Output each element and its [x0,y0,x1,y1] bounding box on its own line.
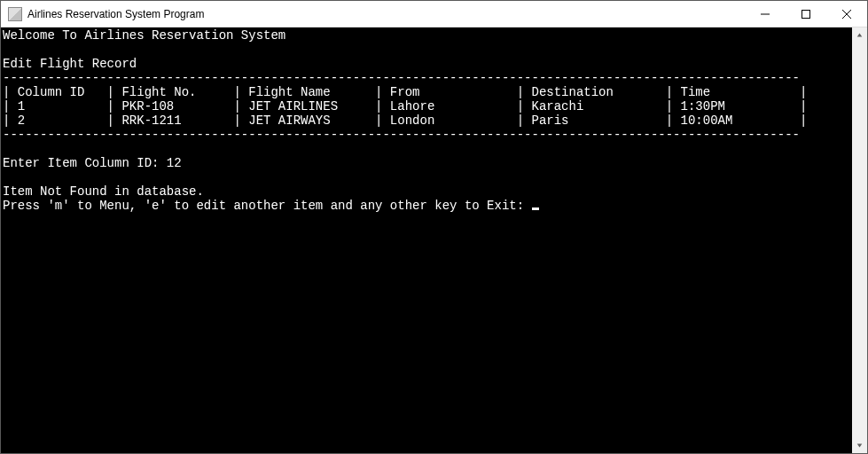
content-area: Welcome To Airlines Reservation System E… [1,27,867,453]
scroll-up-arrow[interactable] [852,27,867,43]
close-button[interactable] [826,1,867,27]
text-cursor [532,207,539,210]
console-output[interactable]: Welcome To Airlines Reservation System E… [1,27,852,453]
scroll-track[interactable] [852,43,867,438]
window-title: Airlines Reservation System Program [27,8,204,20]
scroll-down-arrow[interactable] [852,438,867,453]
window-controls [745,1,867,27]
svg-rect-1 [802,10,810,18]
maximize-button[interactable] [786,1,826,27]
app-icon [8,7,22,21]
window-titlebar: Airlines Reservation System Program [1,1,867,27]
minimize-button[interactable] [745,1,786,27]
vertical-scrollbar[interactable] [852,27,867,453]
